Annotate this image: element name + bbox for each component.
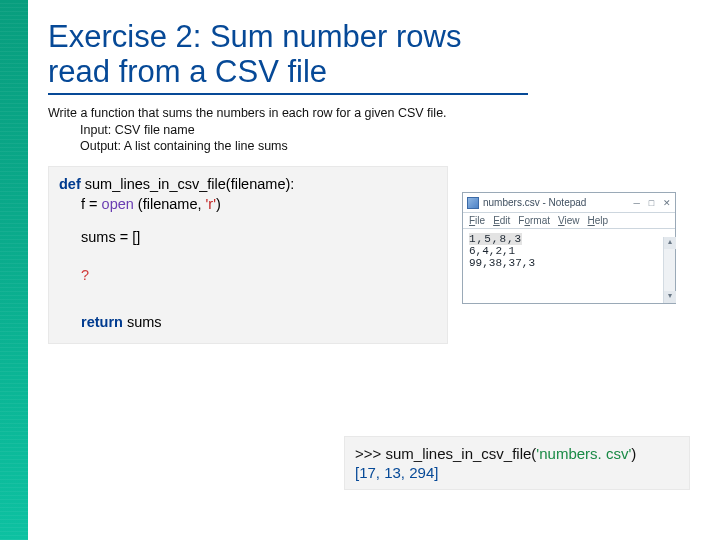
return-tail: sums bbox=[123, 314, 162, 330]
notepad-titlebar[interactable]: numbers.csv - Notepad ─ □ ✕ bbox=[463, 193, 675, 213]
builtin-open: open bbox=[102, 196, 134, 212]
menu-help[interactable]: Help bbox=[588, 215, 609, 226]
code-placeholder: ? bbox=[59, 266, 437, 286]
menu-view[interactable]: View bbox=[558, 215, 580, 226]
shell-result: [17, 13, 294] bbox=[355, 464, 679, 481]
notepad-icon bbox=[467, 197, 479, 209]
kw-def: def bbox=[59, 176, 81, 192]
fn-sig: sum_lines_in_csv_file(filename): bbox=[81, 176, 295, 192]
csv-line-1: 1,5,8,3 bbox=[469, 233, 669, 245]
shell-output-block: >>> sum_lines_in_csv_file('numbers. csv'… bbox=[344, 436, 690, 490]
notepad-menu: File Edit Format View Help bbox=[463, 213, 675, 229]
minimize-button[interactable]: ─ bbox=[634, 198, 640, 208]
open-args-a: (filename, bbox=[134, 196, 206, 212]
notepad-title: numbers.csv - Notepad bbox=[483, 197, 628, 208]
desc-main: Write a function that sums the numbers i… bbox=[48, 105, 700, 121]
description: Write a function that sums the numbers i… bbox=[48, 105, 700, 154]
sums-init: sums = [] bbox=[81, 229, 140, 245]
slide-accent-bar bbox=[0, 0, 28, 540]
scroll-down-icon[interactable]: ▾ bbox=[664, 291, 676, 303]
shell-prompt: >>> bbox=[355, 445, 385, 462]
desc-input: Input: CSV file name bbox=[80, 122, 700, 138]
code-line-open: f = open (filename, 'r') bbox=[59, 195, 437, 215]
placeholder-q: ? bbox=[81, 267, 89, 283]
code-line-return: return sums bbox=[59, 313, 437, 333]
f-eq: f = bbox=[81, 196, 102, 212]
menu-file[interactable]: File bbox=[469, 215, 485, 226]
code-line-sums: sums = [] bbox=[59, 228, 437, 248]
desc-output: Output: A list containing the line sums bbox=[80, 138, 700, 154]
shell-line: >>> sum_lines_in_csv_file('numbers. csv'… bbox=[355, 445, 679, 462]
open-args-b: ) bbox=[216, 196, 221, 212]
title-line-1: Exercise 2: Sum number rows bbox=[48, 19, 461, 54]
shell-call-str: 'numbers. csv' bbox=[536, 445, 631, 462]
shell-call-a: sum_lines_in_csv_file( bbox=[385, 445, 536, 462]
window-buttons: ─ □ ✕ bbox=[628, 197, 671, 208]
close-button[interactable]: ✕ bbox=[663, 198, 671, 208]
kw-return: return bbox=[81, 314, 123, 330]
notepad-scrollbar[interactable]: ▴ ▾ bbox=[663, 237, 675, 303]
title-underline bbox=[48, 93, 528, 95]
shell-call-b: ) bbox=[631, 445, 636, 462]
csv-line-3: 99,38,37,3 bbox=[469, 257, 669, 269]
code-line-def: def sum_lines_in_csv_file(filename): bbox=[59, 175, 437, 195]
notepad-window: numbers.csv - Notepad ─ □ ✕ File Edit Fo… bbox=[462, 192, 676, 304]
maximize-button[interactable]: □ bbox=[649, 198, 654, 208]
menu-edit[interactable]: Edit bbox=[493, 215, 510, 226]
csv-line-2: 6,4,2,1 bbox=[469, 245, 669, 257]
title-line-2: read from a CSV file bbox=[48, 54, 327, 89]
menu-format[interactable]: Format bbox=[518, 215, 550, 226]
scroll-up-icon[interactable]: ▴ bbox=[664, 237, 676, 249]
notepad-body[interactable]: 1,5,8,3 6,4,2,1 99,38,37,3 bbox=[463, 229, 675, 303]
code-block: def sum_lines_in_csv_file(filename): f =… bbox=[48, 166, 448, 344]
slide-title: Exercise 2: Sum number rows read from a … bbox=[48, 20, 700, 89]
open-args-str: 'r' bbox=[206, 196, 216, 212]
